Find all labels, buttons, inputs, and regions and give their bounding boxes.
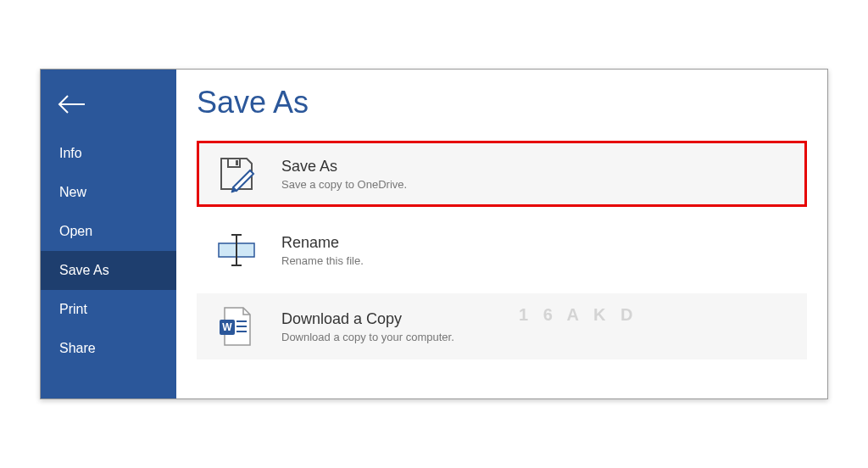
sidebar-item-print[interactable]: Print	[41, 290, 176, 329]
sidebar-item-label: Print	[59, 302, 87, 316]
sidebar-item-label: Share	[59, 341, 96, 355]
back-row	[41, 85, 176, 134]
sidebar-item-save-as[interactable]: Save As	[41, 251, 176, 290]
sidebar-item-label: Info	[59, 146, 82, 160]
rename-icon	[212, 229, 261, 271]
option-text: Rename Rename this file.	[281, 234, 792, 267]
option-download[interactable]: W Download a Copy Download a copy to you…	[197, 293, 807, 359]
sidebar-item-open[interactable]: Open	[41, 212, 176, 251]
backstage-panel: Info New Open Save As Print Share Save A…	[40, 69, 828, 399]
sidebar-item-label: Open	[59, 224, 92, 238]
sidebar-item-label: Save As	[59, 263, 109, 277]
sidebar-item-label: New	[59, 185, 86, 199]
option-text: Download a Copy Download a copy to your …	[281, 310, 792, 343]
svg-text:W: W	[222, 321, 232, 333]
option-subtitle: Save a copy to OneDrive.	[281, 178, 792, 191]
option-save-as[interactable]: Save As Save a copy to OneDrive.	[197, 141, 807, 207]
option-title: Rename	[281, 234, 792, 252]
option-title: Download a Copy	[281, 310, 792, 328]
main-pane: Save As Save As Save a copy to OneDrive.	[176, 70, 827, 398]
sidebar-item-new[interactable]: New	[41, 173, 176, 212]
sidebar-item-share[interactable]: Share	[41, 329, 176, 368]
word-doc-icon: W	[212, 305, 261, 348]
back-arrow-icon	[58, 94, 86, 114]
option-rename[interactable]: Rename Rename this file.	[197, 217, 807, 283]
option-text: Save As Save a copy to OneDrive.	[281, 158, 792, 191]
option-subtitle: Rename this file.	[281, 254, 792, 267]
back-button[interactable]	[58, 90, 86, 119]
sidebar-item-info[interactable]: Info	[41, 134, 176, 173]
page-title: Save As	[197, 85, 807, 120]
option-subtitle: Download a copy to your computer.	[281, 331, 792, 343]
svg-rect-1	[236, 160, 238, 165]
sidebar: Info New Open Save As Print Share	[41, 70, 176, 398]
option-title: Save As	[281, 158, 792, 176]
save-as-icon	[212, 153, 261, 195]
